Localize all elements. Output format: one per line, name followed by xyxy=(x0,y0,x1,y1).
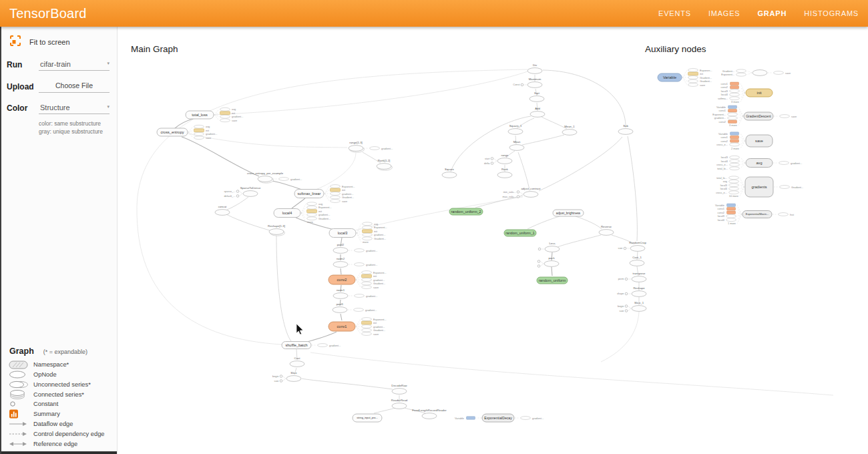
graph-node-fixed_length_record_reader[interactable]: FixedLengthRecordReader xyxy=(412,409,447,419)
svg-text:perm: perm xyxy=(618,277,624,280)
graph-node-reshape_1_3[interactable]: Reshape[1-3] xyxy=(268,224,285,236)
graph-node-cross_entropy_per_example[interactable]: cross_entropy_per_example xyxy=(247,172,284,184)
graph-node-local3[interactable]: local3 xyxy=(329,229,356,238)
svg-text:avg: avg xyxy=(374,222,378,226)
graph-canvas[interactable]: total_lossavginitgradient...savecross_en… xyxy=(118,27,868,454)
main-graph-title: Main Graph xyxy=(131,44,178,54)
graph-node-string_input_producer[interactable]: string_input_pro... xyxy=(353,414,382,422)
fit-to-screen-button[interactable]: Fit to screen xyxy=(1,27,117,49)
run-select[interactable]: cifar-train ▾ xyxy=(39,59,110,71)
graph-node-conv1[interactable]: conv1 xyxy=(329,322,355,331)
tab-events[interactable]: EVENTS xyxy=(658,9,691,17)
tab-histograms[interactable]: HISTOGRAMS xyxy=(804,9,859,17)
graph-node-cast[interactable]: Cast xyxy=(290,357,304,367)
graph-node-aux_op[interactable] xyxy=(752,70,767,76)
graph-node-init[interactable]: init xyxy=(746,89,773,97)
graph-node-random_uniform[interactable]: random_uniform xyxy=(537,277,568,284)
graph-node-reader_read[interactable]: ReaderRead xyxy=(391,399,408,409)
graph-node-random_crop[interactable]: RandomCrop xyxy=(629,241,646,252)
svg-text:Cast_1: Cast_1 xyxy=(632,256,642,259)
graph-node-sub[interactable]: Sub xyxy=(618,124,633,135)
graph-node-norm2[interactable]: norm2 xyxy=(333,257,348,268)
graph-node-cross_entropy[interactable]: cross_entropy xyxy=(157,128,188,136)
graph-node-pack[interactable]: pack xyxy=(544,256,559,267)
graph-node-rank_1_2[interactable]: Rank[1-2] xyxy=(377,159,393,171)
graph-edge xyxy=(522,135,564,145)
graph-node-pool1[interactable]: pool1 xyxy=(333,302,347,313)
graph-node-local4[interactable]: local4 xyxy=(274,209,300,218)
svg-text:avg: avg xyxy=(232,107,236,111)
graph-node-gradient_descent[interactable]: GradientDescent xyxy=(744,112,773,120)
graph-node-slice_1[interactable]: Slice_1 xyxy=(632,301,646,312)
graph-node-div[interactable]: Div xyxy=(527,63,542,74)
svg-text:save: save xyxy=(785,71,791,75)
color-select[interactable]: Structure ▾ xyxy=(39,102,110,114)
upload-label: Upload xyxy=(7,82,39,91)
graph-node-range[interactable]: range xyxy=(497,154,512,164)
svg-text:range[1-3]: range[1-3] xyxy=(349,141,363,144)
graph-node-exponential_moving[interactable]: ExponentialMovin... xyxy=(742,211,772,218)
svg-text:shape: shape xyxy=(617,292,624,295)
svg-text:Variable: Variable xyxy=(718,132,728,136)
graph-node-cast_1[interactable]: Cast_1 xyxy=(630,256,644,266)
graph-node-conv2[interactable]: conv2 xyxy=(329,275,355,284)
run-label: Run xyxy=(7,60,39,69)
graph-node-decode_raw[interactable]: DecodeRaw xyxy=(391,384,407,395)
graph-edge xyxy=(341,268,341,274)
graph-node-adjust_brightness[interactable]: adjust_brightness xyxy=(553,210,584,216)
legend-item-control-dependency-edge: Control dependency edge xyxy=(8,429,119,439)
svg-text:init: init xyxy=(374,230,378,233)
graph-node-norm1[interactable]: norm1 xyxy=(333,288,348,299)
graph-node-transpose[interactable]: transpose xyxy=(632,272,646,282)
node-annotations: hist xyxy=(773,213,795,216)
graph-node-exponential_decay[interactable]: ExponentialDecay xyxy=(482,414,514,422)
graph-node-concat[interactable]: concat xyxy=(215,205,230,216)
svg-text:ReaderRead: ReaderRead xyxy=(391,399,408,402)
graph-node-avg[interactable]: avg xyxy=(746,159,773,168)
svg-text:local3: local3 xyxy=(721,156,728,159)
node-annotations: Gradient... xyxy=(774,186,803,189)
graph-node-shuffle_batch[interactable]: shuffle_batch xyxy=(282,342,311,349)
graph-node-variable[interactable]: Variable xyxy=(658,73,682,81)
graph-node-sqrt[interactable]: Sqrt xyxy=(529,91,544,102)
graph-node-gradients[interactable]: gradients xyxy=(745,177,773,197)
svg-text:conv2: conv2 xyxy=(721,140,728,143)
graph-node-mean[interactable]: Mean xyxy=(509,140,524,151)
graph-node-random_uniform_1[interactable]: random_uniform_1 xyxy=(504,230,536,236)
node-input-constants: beginsize xyxy=(618,304,631,312)
graph-node-adjust_contrast[interactable]: adjust_contrast xyxy=(521,187,541,198)
svg-text:save: save xyxy=(700,83,705,87)
tab-images[interactable]: IMAGES xyxy=(708,9,740,17)
svg-text:local3: local3 xyxy=(338,231,348,235)
svg-text:gradient...: gradient... xyxy=(290,178,302,181)
graph-node-softmax_linear[interactable]: softmax_linear xyxy=(294,190,324,198)
graph-node-save[interactable]: save xyxy=(746,135,773,147)
graph-node-range_1_3[interactable]: range[1-3] xyxy=(349,141,365,153)
svg-text:gradient...: gradient... xyxy=(366,294,377,298)
tab-graph[interactable]: GRAPH xyxy=(758,9,787,17)
graph-node-mean_1[interactable]: Mean_1 xyxy=(562,125,577,136)
graph-node-slice[interactable]: Slice xyxy=(286,371,301,382)
graph-node-sparse_to_dense[interactable]: SparseToDense xyxy=(240,186,261,197)
graph-node-rank[interactable]: Rank xyxy=(497,168,512,178)
svg-text:3 more: 3 more xyxy=(729,124,737,127)
graph-node-reshape[interactable]: Reshape xyxy=(632,286,646,297)
svg-text:Gradient...: Gradient... xyxy=(700,79,712,83)
graph-node-less[interactable]: Less xyxy=(545,242,560,252)
graph-node-square_1[interactable]: Square_1 xyxy=(508,124,523,135)
graph-node-random_uniform_2[interactable]: random_uniform_2 xyxy=(449,208,483,215)
legend-item-opnode: OpNode xyxy=(8,370,119,380)
svg-text:local4: local4 xyxy=(721,93,728,96)
svg-text:cross_entropy: cross_entropy xyxy=(160,130,184,134)
fit-to-screen-icon xyxy=(9,35,21,49)
graph-node-maximum[interactable]: Maximum xyxy=(527,77,542,88)
graph-node-total_loss[interactable]: total_loss xyxy=(186,111,214,119)
graph-node-square[interactable]: Square xyxy=(442,168,457,178)
graph-node-pool2[interactable]: pool2 xyxy=(333,243,348,254)
graph-node-reverse[interactable]: Reverse xyxy=(599,225,614,236)
choose-file-button[interactable]: Choose File xyxy=(39,80,110,93)
svg-text:Exponent...: Exponent... xyxy=(721,73,734,76)
graph-node-add[interactable]: Add xyxy=(530,107,545,118)
graph-edge xyxy=(374,408,395,413)
svg-text:Variable: Variable xyxy=(663,75,676,79)
